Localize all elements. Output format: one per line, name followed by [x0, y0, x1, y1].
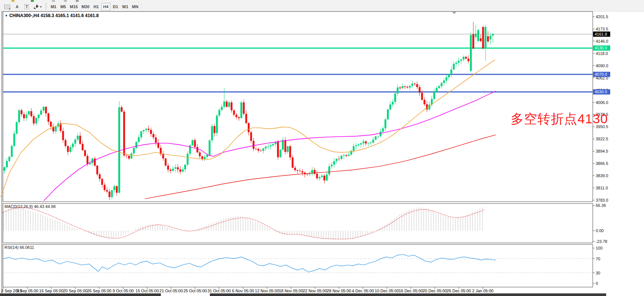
- price-label-4030.0: 4030.0: [593, 89, 610, 94]
- horizontal-lines: [3, 34, 593, 92]
- date-label: 10 Dec 05:00: [375, 289, 399, 293]
- date-label: 28 Nov 05:00: [327, 289, 351, 293]
- svg-text:3922.5: 3922.5: [596, 137, 608, 141]
- mt4-window: FAT▾ M1M5M15M30H1H4D1W1MN 4201.54173.541…: [0, 0, 644, 296]
- price-label-4161.8: 4161.8: [593, 32, 610, 37]
- rsi-line: [3, 254, 496, 272]
- date-label: 12 Nov 05:00: [255, 289, 279, 293]
- date-label: 6 Nov 05:00: [232, 289, 254, 293]
- price-label-4070.0: 4070.0: [593, 72, 610, 77]
- taskbar-edge: [210, 293, 606, 296]
- date-label: 9 Sep 05:00: [16, 289, 38, 293]
- date-label: 4 Dec 05:00: [352, 289, 374, 293]
- svg-text:4006.0: 4006.0: [596, 100, 608, 105]
- svg-text:4161.8: 4161.8: [595, 32, 607, 36]
- chart-title: ▼CHINA300-,H4 4158.3 4165.1 4141.6 4161.…: [5, 13, 99, 18]
- date-label: 15 Oct 05:00: [136, 289, 159, 293]
- chart-canvas[interactable]: 4201.54173.54146.04118.04090.04062.04034…: [0, 0, 644, 296]
- macd-signal-line: [2, 207, 485, 239]
- svg-text:4118.0: 4118.0: [596, 51, 608, 56]
- rsi-label: RSI(14) 66.0611: [4, 245, 34, 250]
- svg-text:3894.5: 3894.5: [596, 149, 608, 153]
- date-label: 22 Nov 05:00: [303, 289, 327, 293]
- chart-shift-marker-icon[interactable]: [452, 12, 456, 14]
- date-label: 25 Oct 05:00: [183, 289, 207, 293]
- date-label: 20 Sep 05:00: [63, 289, 87, 293]
- svg-text:4146.0: 4146.0: [596, 39, 608, 43]
- macd-label: MACD(12,26,9) 46.43 44.98: [4, 204, 56, 209]
- chart-title-text: CHINA300-,H4 4158.3 4165.1 4141.6 4161.8: [9, 13, 99, 18]
- svg-text:100: 100: [596, 246, 602, 250]
- panel-frames: [1, 11, 593, 293]
- svg-text:4201.5: 4201.5: [596, 14, 608, 19]
- svg-text:3783.0: 3783.0: [596, 198, 608, 202]
- date-label: 21 Oct 05:00: [159, 289, 183, 293]
- svg-text:4173.5: 4173.5: [596, 27, 608, 31]
- svg-text:4090.0: 4090.0: [596, 64, 608, 68]
- price-axis[interactable]: 4201.54173.54146.04118.04090.04062.04034…: [593, 14, 608, 202]
- date-label: 2 Jan 05:00: [472, 289, 494, 293]
- svg-text:0: 0: [596, 281, 598, 286]
- date-label: 16 Sep 05:00: [39, 289, 63, 293]
- collapse-arrow-icon[interactable]: ▼: [5, 14, 8, 17]
- svg-text:3839.0: 3839.0: [596, 173, 608, 178]
- date-label: 16 Dec 05:00: [399, 289, 423, 293]
- svg-text:3866.5: 3866.5: [596, 161, 608, 166]
- date-label: 26 Dec 05:00: [447, 289, 471, 293]
- date-label: 9 Oct 05:00: [113, 289, 134, 293]
- svg-text:70: 70: [596, 257, 600, 261]
- rsi-pane: 10070300: [3, 246, 602, 286]
- date-label: 18 Nov 05:00: [279, 289, 303, 293]
- svg-text:0.00: 0.00: [596, 228, 604, 233]
- svg-text:4070.0: 4070.0: [595, 72, 607, 77]
- date-label: 26 Sep 05:00: [87, 289, 111, 293]
- price-annotation: 多空转折点4130: [511, 110, 608, 128]
- svg-text:-23.78: -23.78: [596, 239, 607, 244]
- date-label: 20 Dec 05:00: [423, 289, 447, 293]
- svg-text:4030.0: 4030.0: [595, 90, 607, 94]
- taskbar-edge: [0, 293, 161, 296]
- date-label: 31 Oct 05:00: [207, 289, 231, 293]
- svg-text:4130.0: 4130.0: [595, 46, 607, 50]
- price-label-4130.0: 4130.0: [593, 45, 610, 51]
- svg-text:30: 30: [596, 271, 600, 275]
- macd-pane: 56.360.00-23.78: [4, 203, 607, 244]
- svg-text:3811.0: 3811.0: [596, 186, 608, 190]
- svg-text:56.36: 56.36: [596, 203, 606, 208]
